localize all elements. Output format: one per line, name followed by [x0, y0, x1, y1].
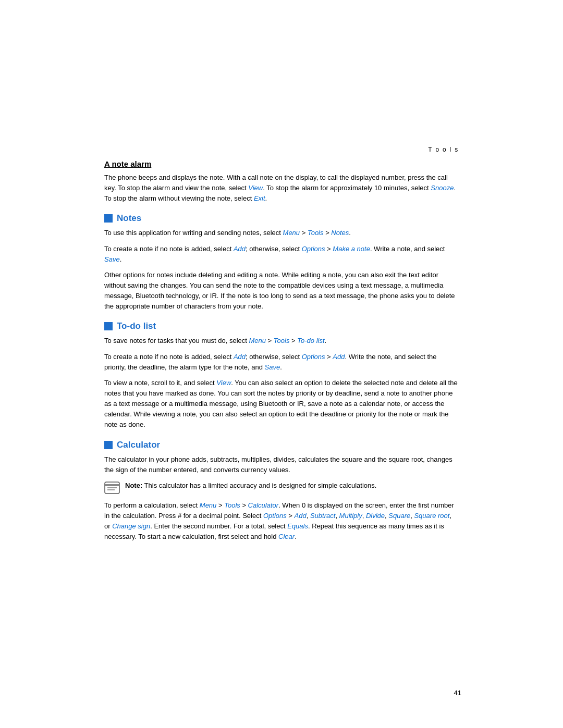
- todo-paragraph1: To save notes for tasks that you must do…: [104, 336, 459, 346]
- link-add-calc[interactable]: Add: [295, 512, 307, 520]
- page-container: T o o l s A note alarm The phone beeps a…: [0, 0, 563, 728]
- calculator-paragraph1: The calculator in your phone adds, subtr…: [104, 454, 459, 475]
- section-calculator: Calculator The calculator in your phone …: [104, 440, 459, 542]
- link-menu-notes[interactable]: Menu: [283, 229, 300, 237]
- link-subtract[interactable]: Subtract: [310, 512, 335, 520]
- link-squareroot[interactable]: Square root: [414, 512, 449, 520]
- link-options-todo[interactable]: Options: [302, 353, 325, 361]
- todo-icon: [104, 322, 113, 330]
- link-options-notes[interactable]: Options: [302, 245, 325, 253]
- todo-title: To-do list: [117, 321, 156, 331]
- calculator-title: Calculator: [117, 440, 160, 450]
- link-menu-calc[interactable]: Menu: [200, 501, 217, 509]
- link-snooze[interactable]: Snooze: [431, 184, 454, 192]
- note-icon: [104, 482, 120, 495]
- link-square[interactable]: Square: [388, 512, 410, 520]
- notes-heading: Notes: [104, 213, 459, 224]
- calculator-heading: Calculator: [104, 440, 459, 450]
- link-menu-todo[interactable]: Menu: [249, 337, 266, 344]
- link-changesign[interactable]: Change sign: [112, 522, 150, 530]
- link-exit[interactable]: Exit: [254, 194, 265, 202]
- link-clear[interactable]: Clear: [278, 533, 295, 540]
- notes-paragraph1: To use this application for writing and …: [104, 228, 459, 238]
- notes-icon: [104, 214, 113, 223]
- calculator-note-box: Note: This calculator has a limited accu…: [104, 480, 459, 495]
- link-todolist[interactable]: To-do list: [297, 337, 324, 344]
- section-notes: Notes To use this application for writin…: [104, 213, 459, 312]
- link-equals[interactable]: Equals: [287, 522, 308, 530]
- todo-paragraph2: To create a note if no note is added, se…: [104, 352, 459, 373]
- link-add-todo2[interactable]: Add: [333, 353, 345, 361]
- notes-paragraph2: To create a note if no note is added, se…: [104, 244, 459, 265]
- link-tools-todo[interactable]: Tools: [274, 337, 290, 344]
- link-divide[interactable]: Divide: [366, 512, 385, 520]
- link-tools-calc[interactable]: Tools: [224, 501, 240, 509]
- link-tools-notes[interactable]: Tools: [308, 229, 324, 237]
- page-number: 41: [454, 689, 461, 697]
- notes-paragraph3: Other options for notes include deleting…: [104, 270, 459, 312]
- link-multiply[interactable]: Multiply: [339, 512, 362, 520]
- svg-rect-1: [105, 484, 119, 486]
- link-save-notes[interactable]: Save: [104, 255, 120, 263]
- todo-heading: To-do list: [104, 321, 459, 331]
- link-view-1[interactable]: View: [248, 184, 263, 192]
- link-calculator[interactable]: Calculator: [248, 501, 279, 509]
- link-add-notes[interactable]: Add: [234, 245, 246, 253]
- page-header-label: T o o l s: [104, 146, 459, 153]
- link-view-todo[interactable]: View: [216, 379, 231, 387]
- link-options-calc[interactable]: Options: [263, 512, 287, 520]
- note-alarm-paragraph: The phone beeps and displays the note. W…: [104, 172, 459, 204]
- link-make-note[interactable]: Make a note: [333, 245, 370, 253]
- section-todo: To-do list To save notes for tasks that …: [104, 321, 459, 430]
- link-save-todo[interactable]: Save: [265, 363, 280, 371]
- note-alarm-title: A note alarm: [104, 159, 459, 168]
- calculator-icon: [104, 441, 113, 449]
- link-notes[interactable]: Notes: [331, 229, 349, 237]
- calculator-paragraph2: To perform a calculation, select Menu > …: [104, 500, 459, 542]
- notes-title: Notes: [117, 213, 141, 224]
- calculator-note-text: Note: This calculator has a limited accu…: [125, 480, 376, 491]
- section-note-alarm: A note alarm The phone beeps and display…: [104, 159, 459, 204]
- content-area: T o o l s A note alarm The phone beeps a…: [104, 0, 459, 603]
- todo-paragraph3: To view a note, scroll to it, and select…: [104, 378, 459, 430]
- link-add-todo[interactable]: Add: [234, 353, 246, 361]
